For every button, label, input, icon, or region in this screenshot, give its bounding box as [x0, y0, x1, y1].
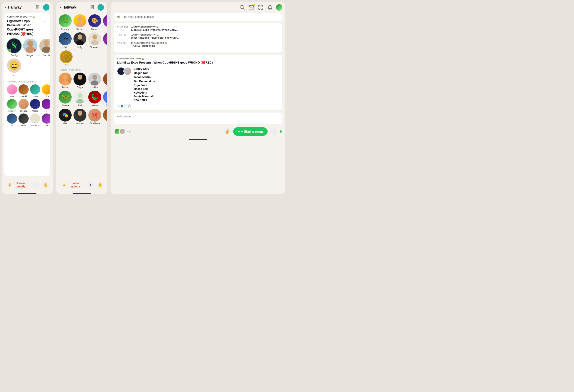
speakers-grid-left: 🦎 🐛 Bobby 🎤 Megan 🎤 Jacob: [7, 39, 48, 57]
mic-muted-megan: 🎤: [33, 49, 38, 53]
event-1500: 3:00 PM ANIMATION INDUSTRY 🏠 Meet Amazon…: [117, 34, 279, 39]
event-details-1200: ANIMATION INDUSTRY 🏠 LightBox Expo Prese…: [131, 26, 279, 31]
stacked-av-megan: [123, 67, 132, 75]
grid-icon[interactable]: [257, 4, 264, 11]
home-indicator-right: [189, 139, 207, 140]
svg-point-18: [62, 81, 69, 85]
right-header: [111, 2, 285, 13]
event-title-1500[interactable]: Meet Amazon's "Invincible" showrunn...: [131, 36, 279, 39]
follower-purple: Jen: [41, 113, 50, 127]
leave-quietly-button-left[interactable]: ✌️ Leave quietly: [5, 180, 32, 189]
follower-lindsey: Lindsey: [7, 99, 17, 112]
search-icon[interactable]: [239, 4, 246, 11]
add-button-mid[interactable]: +: [87, 181, 94, 189]
stacked-avatars: [117, 67, 132, 102]
middle-header: ▾ Hallway: [56, 2, 107, 13]
speaker-list-k: K Acedera: [134, 91, 279, 94]
svg-point-11: [91, 40, 99, 45]
others-grid: Diana Büşra Nikita 🧥 Ziqing: [59, 73, 105, 125]
right-panel: 🎭 Find more people to follow 12:00 PM AN…: [111, 2, 285, 194]
svg-point-7: [76, 22, 84, 27]
speaker-list-jim: Jim Demonakos ···: [134, 80, 279, 83]
left-header-title: Hallway: [8, 5, 33, 9]
events-card: 12:00 PM ANIMATION INDUSTRY 🏠 LightBox E…: [114, 23, 282, 52]
user-avatar-right[interactable]: [276, 4, 282, 11]
event-title-1200[interactable]: LightBox Expo Presents: When Copy...: [131, 28, 279, 31]
speaker-list-jacob: Jacob Martin ···: [134, 75, 279, 79]
speaker-list-masae: Masae Seki: [134, 87, 279, 91]
svg-point-8: [78, 34, 82, 40]
dots-grid-btn[interactable]: ⠿: [270, 128, 277, 135]
home-indicator-mid: [73, 193, 91, 194]
envelope-icon[interactable]: [248, 4, 255, 11]
participant-lindsey: 🌿 Lindsey: [59, 14, 72, 31]
svg-point-19: [78, 75, 82, 80]
event-1200: 12:00 PM ANIMATION INDUSTRY 🏠 LightBox E…: [117, 26, 279, 31]
event-title-1800[interactable]: Trust & Friendships: [131, 44, 279, 47]
middle-header-title: Hallway: [62, 5, 88, 9]
svg-rect-28: [77, 116, 83, 122]
speaker-jim: 😄 Jim: [7, 59, 21, 77]
participant-jen: Jen: [103, 32, 107, 49]
svg-point-16: [63, 54, 69, 60]
online-dot: [280, 130, 282, 133]
left-panel: ▾ Hallway ANIMATION INDUSTRY 🏠 LightBox …: [2, 2, 53, 194]
room-detail-title: LightBox Expo Presents: When CopyRIGHT g…: [117, 61, 279, 65]
document-icon[interactable]: [35, 4, 41, 11]
chevron-down-icon-mid[interactable]: ▾: [60, 6, 61, 9]
middle-room-footer: ✌️ Leave quietly + ✋: [56, 178, 107, 191]
speaker-name-jim: Jim: [12, 74, 16, 77]
home-indicator-left: [18, 193, 37, 194]
chevron-down-icon[interactable]: ▾: [5, 6, 6, 9]
bottom-avatars-group: +92: [114, 128, 131, 135]
notification-dot: [253, 4, 255, 5]
more-options-icon[interactable]: ···: [44, 19, 48, 24]
follower-elsa: Elsa: [41, 84, 50, 98]
svg-point-9: [76, 40, 84, 45]
raise-hand-button-left[interactable]: ✋: [42, 181, 49, 189]
left-header: ▾ Hallway: [2, 2, 53, 13]
bottom-av-2: [119, 128, 126, 135]
svg-rect-20: [76, 80, 84, 85]
find-more-bar[interactable]: 🎭 Find more people to follow: [114, 13, 282, 21]
room-title-left: LightBox Expo Presents: When CopyRIGHT g…: [7, 19, 44, 36]
event-time-1800: 6:00 PM: [117, 42, 129, 45]
svg-point-24: [76, 99, 84, 103]
middle-panel: ▾ Hallway 🌿 Lindsey: [56, 2, 107, 194]
bottom-right-actions: ✌️ + + Start a room ⠿: [224, 127, 282, 136]
others-label: Others in the room: [59, 68, 105, 71]
add-button-left[interactable]: +: [32, 181, 40, 189]
leave-quietly-button-mid[interactable]: ✌️ Leave quietly: [60, 180, 87, 189]
svg-point-17: [63, 75, 67, 80]
user-avatar-left[interactable]: [43, 4, 49, 11]
other-ahmed2: Ahmed: [74, 109, 86, 125]
left-footer-actions: + ✋: [32, 181, 49, 189]
participants-section: 🌿 Lindsey Chelsea 🎨 Masae K: [56, 13, 107, 178]
svg-point-10: [92, 34, 97, 40]
participant-ed: 🕶️ Ed: [59, 32, 72, 49]
bell-icon[interactable]: [267, 4, 273, 11]
participant-holly: Holly: [74, 32, 86, 49]
participant-chelsea: Chelsea: [74, 14, 86, 31]
raise-hand-button-mid[interactable]: ✋: [97, 181, 104, 189]
document-icon-mid[interactable]: [89, 4, 96, 11]
room-category-left: ANIMATION INDUSTRY 🏠: [7, 16, 48, 18]
event-1800: 6:00 PM DIVINE FEMININE AWAKENING 🏠 Trus…: [117, 42, 279, 47]
follower-ed: Ed: [7, 113, 17, 127]
other-leo: 🦁 Léo: [103, 109, 107, 125]
room-stats: 96 👥 / 4 💬: [117, 104, 279, 107]
svg-point-23: [78, 93, 82, 98]
follower-chelsea: Chelsea: [19, 99, 29, 112]
emoji-peace-btn[interactable]: ✌️: [224, 128, 231, 135]
chat-placeholder: A discussion...: [117, 115, 279, 118]
other-bluebean: 🎀 BlueBean: [88, 109, 101, 125]
speaker-bobby: 🦎 🐛 Bobby: [7, 39, 21, 57]
user-avatar-mid[interactable]: [98, 4, 104, 11]
room-detail-category: ANIMATION INDUSTRY 🏠: [117, 58, 279, 60]
start-room-button[interactable]: + + Start a room: [233, 127, 267, 136]
speaker-name-bobby: Bobby: [10, 54, 18, 57]
middle-footer-actions: + ✋: [87, 181, 104, 189]
svg-point-4: [42, 46, 50, 53]
plus-count: +92: [127, 130, 131, 133]
other-nikita: Nikita: [88, 73, 101, 89]
